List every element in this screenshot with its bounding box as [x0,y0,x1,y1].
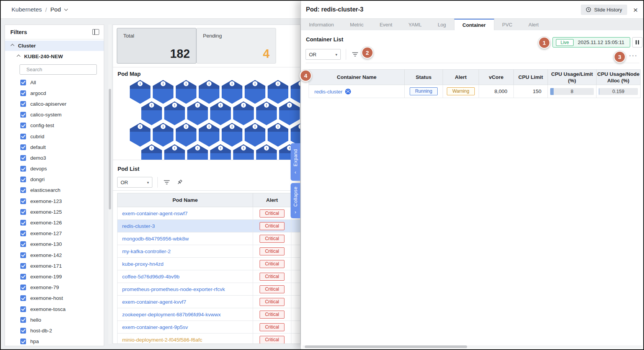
namespace-checkbox-item[interactable]: config-test [20,120,104,131]
collapse-panel-tab[interactable]: Collapse › [291,183,300,218]
namespace-checkbox-item[interactable]: dongri [20,174,104,185]
table-row[interactable]: coffee-5d76d96d9-4bv9bCritical [118,270,301,283]
chevron-up-icon[interactable] [17,55,21,59]
filter-operator-select[interactable]: OR ▾ [306,49,341,60]
checkbox-checked-icon[interactable] [20,328,26,334]
pod-hexagon[interactable]: ! [279,101,300,125]
filter-icon[interactable] [352,52,358,57]
pod-hexagon[interactable]: ! [233,101,254,125]
checkbox-checked-icon[interactable] [20,134,26,139]
checkbox-checked-icon[interactable] [20,90,26,96]
namespace-checkbox-item[interactable]: exemone-host [20,293,104,304]
namespace-checkbox-item[interactable]: elasticsearch [20,185,104,196]
tab-information[interactable]: Information [301,19,342,30]
pod-hexagon[interactable]: ! [256,101,277,125]
namespace-checkbox-item[interactable]: exemone-123 [20,196,104,206]
checkbox-checked-icon[interactable] [20,295,26,301]
namespace-checkbox-item[interactable]: exemone-199 [20,271,104,282]
table-row[interactable]: exem-container-agent-kvvf7Critical [118,296,301,308]
pod-hexagon[interactable]: ! [268,80,288,104]
table-row[interactable]: kube-proxy-hn4zdCritical [118,258,301,270]
checkbox-checked-icon[interactable] [20,317,26,323]
checkbox-checked-icon[interactable] [20,252,26,258]
checkbox-checked-icon[interactable] [20,123,26,128]
namespace-checkbox-item[interactable]: exemone-79 [20,282,104,293]
checkbox-checked-icon[interactable] [20,220,26,226]
table-row[interactable]: exem-container-agent-9p5svCritical [118,321,301,334]
table-row[interactable]: my-kafka-controller-2Critical [118,245,301,258]
chevron-down-icon[interactable] [64,7,68,11]
checkbox-checked-icon[interactable] [20,155,26,161]
total-card[interactable]: Total 182 [117,28,196,64]
checkbox-checked-icon[interactable] [20,166,26,172]
pod-hexagon[interactable]: ! [176,123,196,147]
checkbox-checked-icon[interactable] [20,198,26,204]
checkbox-checked-icon[interactable] [20,209,26,215]
tree-node-cluster-name[interactable]: KUBE-240-NEW [5,51,104,62]
pod-name-link[interactable]: mongodb-6b4795956-wbk8w [122,236,189,242]
tab-event[interactable]: Event [371,19,400,30]
checkbox-checked-icon[interactable] [20,274,26,280]
column-header[interactable]: Pod Name [118,193,253,207]
pod-name-link[interactable]: zookeeper-deployment-687b96fd94-kvwwx [122,312,221,317]
checkbox-checked-icon[interactable] [20,144,26,150]
chevron-up-icon[interactable] [11,44,15,48]
checkbox-checked-icon[interactable] [20,80,26,85]
tab-container[interactable]: Container [454,19,494,30]
pod-hexagon[interactable]: ! [187,144,208,160]
breadcrumb-root[interactable]: Kubernetes [11,6,42,13]
container-name-link[interactable]: redis-cluster [314,89,343,95]
pod-hexagon[interactable]: ! [256,144,277,160]
pod-name-link[interactable]: exem-container-agent-kvvf7 [122,299,186,305]
table-row[interactable]: exem-container-agent-nswf7Critical [118,207,301,220]
table-row[interactable]: redis-clusterRunningWarning8,00015080.15… [309,85,641,98]
namespace-checkbox-item[interactable]: demo3 [20,152,104,163]
namespace-checkbox-item[interactable]: calico-apiserver [20,98,104,109]
pod-hexagon[interactable]: ! [268,123,288,147]
namespace-checkbox-item[interactable]: hello [20,314,104,325]
namespace-checkbox-item[interactable]: exemone-125 [20,206,104,217]
checkbox-checked-icon[interactable] [20,306,26,312]
namespace-checkbox-item[interactable]: All [20,77,104,88]
checkbox-checked-icon[interactable] [20,187,26,193]
checkbox-checked-icon[interactable] [20,101,26,107]
pod-name-link[interactable]: my-kafka-controller-2 [122,249,171,254]
table-row[interactable]: mongodb-6b4795956-wbk8wCritical [118,232,301,245]
pod-hexagon[interactable]: ! [210,144,231,160]
pod-hexagon[interactable]: ! [222,123,242,147]
checkbox-checked-icon[interactable] [20,339,26,344]
namespace-checkbox-item[interactable]: host-db-2 [20,325,104,336]
table-row[interactable]: redis-cluster-3Critical [118,220,301,232]
close-icon[interactable]: × [633,6,638,14]
pod-hexagon[interactable]: ! [187,101,208,125]
pod-hexagon[interactable]: ! [291,80,300,104]
column-header[interactable]: Alert [253,193,291,207]
pod-hexagon[interactable]: ! [130,80,150,104]
pause-button[interactable] [632,37,642,47]
namespace-search[interactable] [20,64,97,75]
pod-name-link[interactable]: prometheus-prometheus-node-exporter-rfcv… [122,286,225,292]
namespace-checkbox-item[interactable]: exemone-130 [20,239,104,250]
namespace-checkbox-item[interactable]: exemone-127 [20,228,104,239]
namespace-checkbox-item[interactable]: default [20,142,104,152]
table-row[interactable]: zookeeper-deployment-687b96fd94-kvwwxCri… [118,308,301,321]
pod-name-link[interactable]: exem-container-agent-nswf7 [122,211,188,216]
pod-hexagon[interactable]: ! [199,123,219,147]
pod-name-link[interactable]: kube-proxy-hn4zd [122,261,163,267]
pod-hexagon[interactable]: ! [164,101,185,125]
checkbox-checked-icon[interactable] [20,241,26,247]
search-input[interactable] [26,67,94,72]
tab-metric[interactable]: Metric [342,19,371,30]
tab-yaml[interactable]: YAML [400,19,430,30]
pod-name-link[interactable]: redis-cluster-3 [122,223,155,229]
namespace-checkbox-item[interactable]: devops [20,164,104,174]
scrollbar-thumb[interactable] [109,89,111,209]
pod-hexagon[interactable]: ! [153,80,173,104]
namespace-checkbox-item[interactable]: hpa [20,336,104,347]
pod-hexagon[interactable]: ! [141,144,162,160]
column-header[interactable]: Container Name [309,70,405,85]
collapse-panel-icon[interactable] [92,29,99,35]
filter-icon[interactable] [163,180,170,185]
namespace-checkbox-item[interactable]: exemone-126 [20,217,104,228]
pod-hexagon[interactable]: ! [130,123,150,147]
